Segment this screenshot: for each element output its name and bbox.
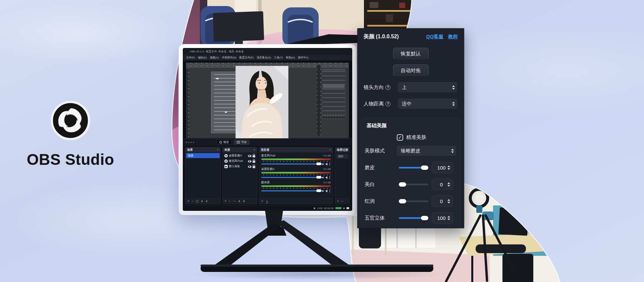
face-definition-value-box[interactable]: 100 (432, 212, 453, 224)
menu-profile[interactable]: 配置文件(P) (239, 56, 254, 59)
help-icon[interactable]: ? (385, 85, 390, 90)
lock-icon[interactable] (253, 166, 255, 168)
duplicate-scene-icon[interactable]: ▢ (196, 200, 199, 203)
channel-kebab-icon[interactable] (329, 177, 330, 178)
slider-handle[interactable] (421, 166, 428, 170)
slider-handle[interactable] (421, 216, 428, 220)
basic-beauty-section: 基础美颜 ✓ 精准美肤 美肤模式 臻晰磨皮 磨皮 100 (361, 117, 461, 228)
precise-skin-checkbox[interactable]: ✓ (397, 134, 403, 141)
add-scene-icon[interactable]: + (187, 200, 189, 203)
source-row[interactable]: 窗口采集 (223, 164, 256, 169)
stepper-arrows-icon[interactable] (447, 182, 450, 187)
mixer-dock: 混音器≡ 麦克风/Aux0.0 dB (259, 147, 333, 204)
rec-dot-icon (343, 207, 345, 209)
speaker-icon[interactable] (325, 163, 327, 166)
whitening-slider[interactable] (399, 182, 428, 187)
channel-kebab-icon[interactable] (329, 191, 330, 191)
obs-docks: 场景≡ 场景 + − ▢ ∧ ∨ 来源≡ (183, 146, 352, 205)
person-distance-select[interactable]: 适中 (397, 98, 458, 109)
skin-mode-select[interactable]: 臻晰磨皮 (396, 145, 457, 156)
menu-plugin-center[interactable]: 插件中心 (298, 56, 309, 59)
lens-direction-value: 上 (402, 84, 407, 91)
add-transition-icon[interactable]: + (337, 200, 339, 203)
visibility-eye-icon[interactable] (248, 160, 252, 162)
smoothing-slider-row: 磨皮 100 (365, 162, 457, 173)
editor-tool-column (186, 68, 189, 138)
menu-help[interactable]: 帮助(H) (286, 56, 295, 59)
source-row[interactable]: 麦克风/Aux (223, 158, 256, 164)
move-source-up-icon[interactable]: ∧ (238, 200, 240, 203)
tab-program[interactable]: 节目 (234, 140, 250, 145)
volume-handle[interactable] (316, 189, 321, 192)
stepper-arrows-icon[interactable] (447, 216, 450, 220)
help-icon[interactable]: ? (385, 101, 390, 106)
monitor-shadow (188, 269, 446, 280)
speaker-icon[interactable] (325, 190, 327, 192)
transitions-dock: 场景过渡 淡出 + − (335, 147, 350, 204)
autofocus-button[interactable]: 自动对焦 (393, 64, 429, 77)
dock-menu-icon[interactable]: ≡ (329, 148, 331, 151)
source-row[interactable]: 桌面音频A (223, 153, 256, 158)
stepper-arrows-icon[interactable] (447, 166, 450, 170)
tab-preview[interactable]: 预览 (216, 140, 232, 145)
remove-transition-icon[interactable]: − (341, 200, 343, 203)
obs-logo-icon (51, 101, 90, 140)
volume-slider[interactable] (261, 189, 331, 192)
lock-icon[interactable] (253, 160, 255, 163)
menu-docks[interactable]: 停靠部件(D) (222, 56, 236, 59)
rosiness-value-box[interactable]: 0 (432, 195, 453, 207)
volume-meter (261, 172, 331, 174)
menu-file[interactable]: 文件(F) (186, 56, 195, 59)
restore-default-button[interactable]: 恢复默认 (393, 48, 429, 60)
select-spinner-icon (451, 149, 454, 153)
menu-tools[interactable]: 工具(T) (274, 56, 283, 59)
slider-handle[interactable] (399, 199, 406, 203)
remove-scene-icon[interactable]: − (192, 200, 193, 203)
dock-menu-icon[interactable]: ≡ (254, 148, 255, 151)
transitions-toolbar: + − (335, 198, 350, 204)
lock-icon[interactable] (253, 155, 255, 157)
rosiness-slider[interactable] (399, 199, 428, 203)
dock-menu-icon[interactable]: ≡ (217, 148, 219, 151)
speaker-icon[interactable] (325, 176, 327, 179)
scene-row-selected[interactable]: 场景 (186, 153, 220, 158)
mixer-config-icon[interactable]: ✓ (261, 200, 264, 203)
face-definition-slider[interactable] (399, 216, 428, 220)
volume-handle[interactable] (316, 162, 321, 165)
add-source-icon[interactable]: + (225, 200, 226, 203)
source-properties-icon[interactable]: ⋯ (233, 200, 236, 203)
tutorial-link[interactable]: 教程 (448, 34, 458, 40)
volume-handle[interactable] (316, 176, 321, 179)
channel-kebab-icon[interactable] (329, 164, 330, 164)
whitening-slider-row: 美白 0 (365, 179, 457, 190)
target-icon (219, 141, 222, 144)
lens-direction-select[interactable]: 上 (397, 82, 458, 93)
qq-support-link[interactable]: QQ客服 (426, 34, 443, 40)
stepper-arrows-icon[interactable] (447, 199, 450, 203)
smoothing-slider[interactable] (399, 166, 428, 170)
split-window-icon (237, 141, 240, 143)
visibility-eye-icon[interactable] (248, 166, 252, 168)
menu-edit[interactable]: 编辑(E) (198, 56, 207, 59)
menu-view[interactable]: 视图(V) (210, 56, 219, 59)
sources-dock: 来源≡ 桌面音频A 麦克风/Aux (222, 147, 257, 204)
monitor: OBS 29.1.3 - 配置文件: 未命名 - 场景: 未命名 文件(F) 编… (178, 44, 357, 215)
obs-window-title: OBS 29.1.3 - 配置文件: 未命名 - 场景: 未命名 (190, 50, 244, 53)
slider-handle[interactable] (399, 182, 406, 187)
transition-select[interactable]: 淡出 (336, 154, 348, 158)
face-definition-slider-row: 五官立体 100 (365, 212, 457, 224)
move-scene-up-icon[interactable]: ∧ (201, 200, 203, 203)
smoothing-value-box[interactable]: 100 (432, 162, 453, 173)
select-spinner-icon (452, 85, 455, 90)
rosiness-value: 0 (435, 198, 447, 204)
volume-slider[interactable] (261, 176, 331, 179)
person-distance-value: 适中 (402, 101, 412, 107)
visibility-eye-icon[interactable] (248, 155, 252, 157)
remove-source-icon[interactable]: − (229, 200, 230, 203)
mixer-kebab-icon[interactable] (267, 202, 267, 202)
move-source-down-icon[interactable]: ∨ (243, 200, 245, 203)
move-scene-down-icon[interactable]: ∨ (206, 200, 208, 203)
volume-slider[interactable] (261, 162, 331, 166)
whitening-value-box[interactable]: 0 (432, 179, 453, 190)
menu-scene-collection[interactable]: 场景集合(S) (257, 56, 271, 59)
